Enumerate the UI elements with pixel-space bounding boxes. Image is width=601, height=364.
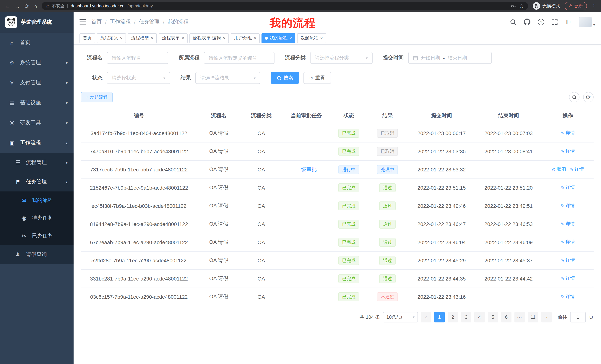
- cell-id: 3ad174fb-7b9d-11ec-8404-acde48001122: [81, 124, 197, 142]
- app-logo: [5, 16, 17, 28]
- filter-process-name: 流程名: [81, 52, 168, 64]
- breadcrumb-item[interactable]: 首页: [91, 19, 102, 25]
- next-page-button[interactable]: ›: [541, 312, 551, 322]
- detail-button-label: 详情: [566, 239, 575, 245]
- sidebar-item-infrastructure[interactable]: ▤基础设施▾: [0, 93, 74, 113]
- process-name-input[interactable]: [107, 52, 168, 64]
- table-refresh-button[interactable]: ⟳: [583, 92, 594, 102]
- status-select[interactable]: 请选择状态 ▾: [107, 72, 170, 84]
- page-button-4[interactable]: 4: [474, 312, 485, 322]
- close-icon[interactable]: ×: [320, 36, 323, 40]
- result-select[interactable]: 请选择流结果 ▾: [195, 72, 260, 84]
- detail-button[interactable]: ✎详情: [561, 203, 575, 209]
- sidebar-item-devtools[interactable]: ⚒研发工具▾: [0, 113, 74, 133]
- table-search-button[interactable]: [569, 92, 580, 102]
- page-button-3[interactable]: 3: [461, 312, 471, 322]
- search-button[interactable]: 搜索: [271, 72, 299, 84]
- close-icon[interactable]: ×: [120, 36, 123, 40]
- fullscreen-icon[interactable]: [552, 19, 558, 25]
- tab-home[interactable]: 首页: [80, 33, 95, 43]
- detail-button[interactable]: ✎详情: [561, 185, 575, 191]
- page-button-11[interactable]: 11: [528, 312, 538, 322]
- date-range-picker[interactable]: 开始日期 - 结束日期: [408, 52, 492, 64]
- tab-process-definition[interactable]: 流程定义×: [97, 33, 126, 43]
- browser-menu-icon[interactable]: ⋮: [591, 3, 597, 9]
- category-select[interactable]: 请选择流程分类 ▾: [310, 52, 372, 64]
- security-indicator[interactable]: ⚠ 不安全: [46, 3, 64, 9]
- detail-button-icon: ✎: [570, 167, 573, 172]
- sidebar-item-task-manage[interactable]: ⚑任务管理▴: [0, 172, 74, 192]
- page-button-2[interactable]: 2: [448, 312, 458, 322]
- page-ellipsis-button[interactable]: ···: [514, 312, 525, 322]
- forward-icon[interactable]: →: [14, 3, 20, 9]
- back-icon[interactable]: ←: [4, 3, 10, 9]
- select-placeholder: 请选择状态: [112, 75, 136, 81]
- hamburger-icon[interactable]: [80, 19, 86, 25]
- help-icon[interactable]: ?: [538, 19, 544, 25]
- chevron-down-icon: ▾: [66, 101, 68, 105]
- close-icon[interactable]: ×: [151, 36, 153, 40]
- status-tag: 已完成: [338, 274, 359, 283]
- filter-label: 提交时间: [383, 55, 404, 61]
- user-menu[interactable]: ▾: [579, 17, 595, 27]
- sidebar-item-leave-query[interactable]: ♟请假查询: [0, 245, 74, 264]
- close-icon[interactable]: ×: [182, 36, 184, 40]
- close-icon[interactable]: ×: [223, 36, 225, 40]
- bookmark-star-icon[interactable]: ☆: [520, 3, 524, 9]
- password-key-icon[interactable]: [511, 3, 517, 9]
- tab-start-process[interactable]: 发起流程×: [297, 33, 326, 43]
- prev-page-button[interactable]: ‹: [421, 312, 431, 322]
- tab-my-process[interactable]: 我的流程×: [261, 33, 295, 43]
- cell-end-time: 2022-01-22 23:46:53: [475, 215, 542, 233]
- sidebar-item-process-manage[interactable]: ☰流程管理▾: [0, 153, 74, 172]
- current-task-link[interactable]: 一级审批: [296, 166, 317, 172]
- home-icon[interactable]: ⌂: [34, 3, 37, 9]
- tab-process-form[interactable]: 流程表单×: [159, 33, 188, 43]
- cell-process-name: OA 请假: [197, 142, 241, 160]
- sidebar-item-todo-tasks[interactable]: ◉待办任务: [0, 209, 74, 227]
- tab-process-form-edit[interactable]: 流程表单-编辑×: [190, 33, 229, 43]
- font-size-icon[interactable]: TT: [565, 19, 571, 25]
- detail-button[interactable]: ✎详情: [561, 221, 575, 227]
- page-button-6[interactable]: 6: [501, 312, 511, 322]
- detail-button[interactable]: ✎详情: [561, 276, 575, 282]
- sidebar-item-home[interactable]: ⌂首页: [0, 33, 74, 53]
- goto-page-input[interactable]: [570, 312, 586, 322]
- avatar[interactable]: [579, 17, 592, 27]
- detail-button[interactable]: ✎详情: [561, 294, 575, 300]
- close-icon[interactable]: ×: [289, 36, 292, 40]
- detail-button[interactable]: ✎详情: [561, 148, 575, 154]
- update-button[interactable]: ⟳ 更新: [565, 2, 587, 10]
- sidebar-item-system[interactable]: ⚙系统管理▾: [0, 53, 74, 73]
- status-tag: 已取消: [377, 147, 398, 156]
- tab-user-group[interactable]: 用户分组×: [231, 33, 260, 43]
- breadcrumb-item[interactable]: 工作流程: [110, 19, 131, 25]
- sidebar-item-workflow[interactable]: ▣工作流程▴: [0, 133, 74, 153]
- detail-button[interactable]: ✎详情: [561, 130, 575, 136]
- page-button-5[interactable]: 5: [488, 312, 498, 322]
- breadcrumb-item[interactable]: 任务管理: [139, 19, 160, 25]
- status-tag: 通过: [379, 201, 396, 210]
- search-icon[interactable]: [510, 19, 517, 25]
- detail-button[interactable]: ✎详情: [561, 257, 575, 264]
- page-button-1[interactable]: 1: [434, 312, 445, 322]
- github-icon[interactable]: [524, 19, 531, 25]
- close-icon[interactable]: ×: [254, 36, 256, 40]
- cancel-button[interactable]: ⊘取消: [552, 166, 566, 173]
- cancel-button-label: 取消: [557, 166, 566, 173]
- app-title: 芋道管理系统: [21, 19, 52, 26]
- reset-button[interactable]: ⟳ 重置: [303, 72, 331, 84]
- page-size-select[interactable]: 10条/页 ▾: [383, 312, 418, 322]
- sidebar-item-payment[interactable]: ¥支付管理▾: [0, 73, 74, 93]
- process-def-input[interactable]: [204, 52, 274, 64]
- cell-id: 03c6c157-7b9a-11ec-a290-acde48001122: [81, 287, 197, 306]
- sidebar-item-my-process[interactable]: ✉我的流程: [0, 192, 74, 209]
- create-process-button[interactable]: + 发起流程: [81, 92, 112, 102]
- reload-icon[interactable]: ⟳: [25, 3, 29, 9]
- address-bar[interactable]: ⚠ 不安全 dashboard.yudao.iocoder.cn /bpm/ta…: [41, 2, 528, 10]
- sidebar-item-done-tasks[interactable]: ✂已办任务: [0, 227, 74, 245]
- tab-process-model[interactable]: 流程模型×: [128, 33, 157, 43]
- detail-button[interactable]: ✎详情: [570, 166, 584, 173]
- status-tag: 已完成: [338, 201, 359, 210]
- detail-button[interactable]: ✎详情: [561, 239, 575, 245]
